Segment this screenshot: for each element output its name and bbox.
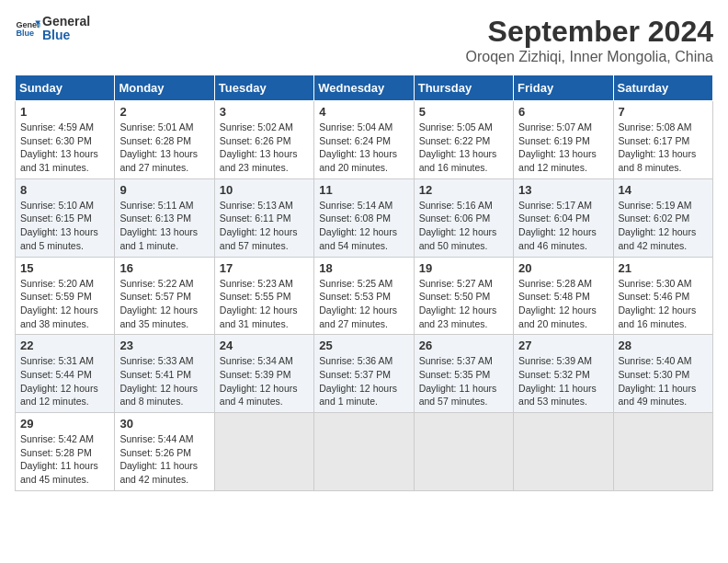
col-header-thursday: Thursday: [414, 75, 513, 101]
day-number: 10: [220, 183, 309, 197]
col-header-sunday: Sunday: [16, 75, 115, 101]
day-number: 24: [220, 339, 309, 352]
calendar-cell: 21Sunrise: 5:30 AM Sunset: 5:46 PM Dayli…: [613, 257, 712, 335]
day-info: Sunrise: 5:39 AM Sunset: 5:32 PM Dayligh…: [518, 354, 608, 408]
calendar-cell: 2Sunrise: 5:01 AM Sunset: 6:28 PM Daylig…: [115, 101, 214, 179]
day-number: 28: [619, 339, 708, 352]
svg-text:Blue: Blue: [16, 29, 34, 39]
col-header-friday: Friday: [514, 75, 613, 101]
title-section: September 2024 Oroqen Zizhiqi, Inner Mon…: [466, 15, 713, 65]
day-info: Sunrise: 5:33 AM Sunset: 5:41 PM Dayligh…: [119, 354, 209, 408]
calendar-cell: [613, 413, 712, 491]
day-info: Sunrise: 5:23 AM Sunset: 5:55 PM Dayligh…: [220, 277, 309, 331]
calendar-cell: 15Sunrise: 5:20 AM Sunset: 5:59 PM Dayli…: [16, 257, 115, 335]
day-info: Sunrise: 5:05 AM Sunset: 6:22 PM Dayligh…: [419, 121, 508, 175]
day-number: 18: [319, 261, 408, 275]
calendar-cell: 6Sunrise: 5:07 AM Sunset: 6:19 PM Daylig…: [514, 101, 613, 179]
day-info: Sunrise: 5:37 AM Sunset: 5:35 PM Dayligh…: [419, 354, 508, 408]
day-info: Sunrise: 5:31 AM Sunset: 5:44 PM Dayligh…: [20, 354, 109, 408]
day-number: 9: [119, 183, 209, 197]
calendar-cell: 5Sunrise: 5:05 AM Sunset: 6:22 PM Daylig…: [414, 101, 513, 179]
logo-icon: General Blue: [15, 16, 40, 41]
day-number: 25: [319, 339, 408, 352]
calendar-cell: 8Sunrise: 5:10 AM Sunset: 6:15 PM Daylig…: [16, 178, 115, 257]
calendar-cell: [514, 413, 613, 491]
calendar-cell: 18Sunrise: 5:25 AM Sunset: 5:53 PM Dayli…: [314, 257, 414, 335]
calendar-cell: 20Sunrise: 5:28 AM Sunset: 5:48 PM Dayli…: [514, 257, 613, 335]
calendar-cell: [214, 413, 313, 491]
day-info: Sunrise: 5:19 AM Sunset: 6:02 PM Dayligh…: [619, 199, 708, 253]
col-header-monday: Monday: [115, 75, 214, 101]
day-number: 15: [20, 261, 109, 275]
day-info: Sunrise: 5:22 AM Sunset: 5:57 PM Dayligh…: [119, 277, 209, 331]
day-info: Sunrise: 5:10 AM Sunset: 6:15 PM Dayligh…: [20, 199, 109, 253]
day-number: 11: [319, 183, 408, 197]
day-number: 3: [220, 105, 309, 119]
calendar-cell: 28Sunrise: 5:40 AM Sunset: 5:30 PM Dayli…: [613, 335, 712, 413]
day-info: Sunrise: 5:11 AM Sunset: 6:13 PM Dayligh…: [119, 199, 209, 253]
day-number: 2: [119, 105, 209, 119]
col-header-wednesday: Wednesday: [314, 75, 414, 101]
day-number: 22: [20, 339, 109, 352]
day-info: Sunrise: 5:44 AM Sunset: 5:26 PM Dayligh…: [119, 432, 209, 487]
day-info: Sunrise: 5:40 AM Sunset: 5:30 PM Dayligh…: [619, 354, 708, 408]
calendar-cell: 7Sunrise: 5:08 AM Sunset: 6:17 PM Daylig…: [613, 101, 712, 179]
logo-general: General: [42, 15, 90, 29]
day-number: 17: [220, 261, 309, 275]
day-number: 26: [419, 339, 508, 352]
calendar-week-row: 1Sunrise: 4:59 AM Sunset: 6:30 PM Daylig…: [16, 101, 713, 179]
calendar-week-row: 15Sunrise: 5:20 AM Sunset: 5:59 PM Dayli…: [16, 257, 713, 335]
day-number: 6: [518, 105, 608, 119]
calendar-week-row: 29Sunrise: 5:42 AM Sunset: 5:28 PM Dayli…: [16, 413, 713, 491]
day-info: Sunrise: 5:02 AM Sunset: 6:26 PM Dayligh…: [220, 121, 309, 175]
day-info: Sunrise: 5:36 AM Sunset: 5:37 PM Dayligh…: [319, 354, 408, 408]
day-info: Sunrise: 5:34 AM Sunset: 5:39 PM Dayligh…: [220, 354, 309, 408]
day-info: Sunrise: 5:13 AM Sunset: 6:11 PM Dayligh…: [220, 199, 309, 253]
calendar-table: SundayMondayTuesdayWednesdayThursdayFrid…: [15, 75, 713, 491]
calendar-header-row: SundayMondayTuesdayWednesdayThursdayFrid…: [16, 75, 713, 101]
day-number: 16: [119, 261, 209, 275]
calendar-cell: 24Sunrise: 5:34 AM Sunset: 5:39 PM Dayli…: [214, 335, 313, 413]
day-info: Sunrise: 5:16 AM Sunset: 6:06 PM Dayligh…: [419, 199, 508, 253]
day-info: Sunrise: 5:25 AM Sunset: 5:53 PM Dayligh…: [319, 277, 408, 331]
day-number: 21: [619, 261, 708, 275]
header: General Blue General Blue September 2024…: [15, 15, 713, 65]
day-number: 23: [119, 339, 209, 352]
calendar-cell: 16Sunrise: 5:22 AM Sunset: 5:57 PM Dayli…: [115, 257, 214, 335]
calendar-cell: 14Sunrise: 5:19 AM Sunset: 6:02 PM Dayli…: [613, 178, 712, 257]
calendar-cell: 26Sunrise: 5:37 AM Sunset: 5:35 PM Dayli…: [414, 335, 513, 413]
day-number: 20: [518, 261, 608, 275]
day-info: Sunrise: 5:27 AM Sunset: 5:50 PM Dayligh…: [419, 277, 508, 331]
col-header-tuesday: Tuesday: [214, 75, 313, 101]
calendar-cell: 17Sunrise: 5:23 AM Sunset: 5:55 PM Dayli…: [214, 257, 313, 335]
day-number: 4: [319, 105, 408, 119]
day-info: Sunrise: 5:20 AM Sunset: 5:59 PM Dayligh…: [20, 277, 109, 331]
logo: General Blue General Blue: [15, 15, 90, 43]
calendar-cell: [314, 413, 414, 491]
day-number: 8: [20, 183, 109, 197]
day-info: Sunrise: 5:08 AM Sunset: 6:17 PM Dayligh…: [619, 121, 708, 175]
calendar-cell: 11Sunrise: 5:14 AM Sunset: 6:08 PM Dayli…: [314, 178, 414, 257]
day-number: 27: [518, 339, 608, 352]
calendar-cell: 29Sunrise: 5:42 AM Sunset: 5:28 PM Dayli…: [16, 413, 115, 491]
calendar-cell: 22Sunrise: 5:31 AM Sunset: 5:44 PM Dayli…: [16, 335, 115, 413]
calendar-cell: 25Sunrise: 5:36 AM Sunset: 5:37 PM Dayli…: [314, 335, 414, 413]
calendar-cell: 27Sunrise: 5:39 AM Sunset: 5:32 PM Dayli…: [514, 335, 613, 413]
main-title: September 2024: [466, 15, 713, 49]
day-number: 29: [20, 417, 109, 431]
day-info: Sunrise: 5:17 AM Sunset: 6:04 PM Dayligh…: [518, 199, 608, 253]
day-number: 30: [119, 417, 209, 431]
calendar-cell: 4Sunrise: 5:04 AM Sunset: 6:24 PM Daylig…: [314, 101, 414, 179]
calendar-cell: 23Sunrise: 5:33 AM Sunset: 5:41 PM Dayli…: [115, 335, 214, 413]
calendar-cell: 10Sunrise: 5:13 AM Sunset: 6:11 PM Dayli…: [214, 178, 313, 257]
day-info: Sunrise: 4:59 AM Sunset: 6:30 PM Dayligh…: [20, 121, 109, 175]
subtitle: Oroqen Zizhiqi, Inner Mongolia, China: [466, 49, 713, 65]
day-number: 12: [419, 183, 508, 197]
calendar-week-row: 8Sunrise: 5:10 AM Sunset: 6:15 PM Daylig…: [16, 178, 713, 257]
calendar-week-row: 22Sunrise: 5:31 AM Sunset: 5:44 PM Dayli…: [16, 335, 713, 413]
day-info: Sunrise: 5:28 AM Sunset: 5:48 PM Dayligh…: [518, 277, 608, 331]
calendar-cell: 19Sunrise: 5:27 AM Sunset: 5:50 PM Dayli…: [414, 257, 513, 335]
day-number: 5: [419, 105, 508, 119]
col-header-saturday: Saturday: [613, 75, 712, 101]
calendar-cell: 9Sunrise: 5:11 AM Sunset: 6:13 PM Daylig…: [115, 178, 214, 257]
